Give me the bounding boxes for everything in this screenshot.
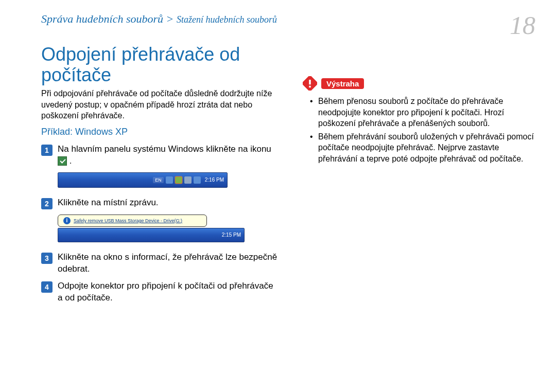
step-badge: 3 — [41, 253, 53, 264]
warning-item: Během přenosu souborů z počítače do přeh… — [312, 96, 535, 129]
intro-text: Při odpojování přehrávače od počítače dů… — [41, 88, 278, 121]
warning-item: Během přehrávání souborů uložených v pře… — [312, 131, 535, 165]
step-text: Odpojte konektor pro připojení k počítač… — [58, 280, 278, 304]
step-badge: 4 — [41, 281, 53, 293]
step-4: 4 Odpojte konektor pro připojení k počít… — [41, 280, 278, 304]
step1-text-after: . — [67, 156, 72, 166]
taskbar-time-2: 2:15 PM — [222, 232, 241, 238]
step-1: 1 Na hlavním panelu systému Windows klik… — [41, 144, 278, 167]
breadcrumb-main: Správa hudebních souborů — [41, 12, 163, 25]
warning-icon — [303, 76, 317, 91]
taskbar-time: 2:16 PM — [205, 177, 224, 183]
breadcrumb: Správa hudebních souborů > Stažení hudeb… — [41, 12, 277, 26]
page-number: 18 — [510, 12, 535, 38]
warning-header: Výstraha — [303, 76, 535, 91]
step-2: 2 Klikněte na místní zprávu. — [41, 197, 278, 209]
language-indicator: EN — [153, 177, 164, 183]
step-badge: 2 — [41, 198, 53, 209]
step-text: Klikněte na okno s informací, že přehráv… — [58, 252, 278, 275]
step-text: Klikněte na místní zprávu. — [58, 197, 159, 209]
taskbar-bar-2: 2:15 PM — [58, 228, 245, 242]
svg-rect-2 — [309, 86, 311, 88]
safely-remove-hardware-icon — [58, 156, 67, 166]
tray-volume-icon — [184, 176, 192, 184]
taskbar-screenshot-1: EN 2:16 PM — [58, 172, 228, 188]
step1-text-before: Na hlavním panelu systému Windows klikně… — [58, 144, 271, 154]
breadcrumb-sep: > — [163, 12, 177, 25]
warning-label: Výstraha — [321, 78, 364, 89]
info-icon: i — [63, 217, 71, 224]
breadcrumb-sub: Stažení hudebních souborů — [177, 14, 277, 25]
step-3: 3 Klikněte na okno s informací, že přehr… — [41, 252, 278, 275]
balloon-text: Safely remove USB Mass Storage Device - … — [74, 218, 182, 223]
step-text: Na hlavním panelu systému Windows klikně… — [58, 144, 278, 167]
page-title: Odpojení přehrávače od počítače — [41, 44, 278, 85]
tray-misc-icon — [194, 176, 201, 184]
tray-safely-remove-icon — [175, 176, 182, 184]
step-badge: 1 — [41, 145, 53, 156]
svg-rect-1 — [309, 80, 311, 84]
balloon-tooltip: i Safely remove USB Mass Storage Device … — [58, 215, 207, 227]
taskbar-screenshot-2: i Safely remove USB Mass Storage Device … — [58, 215, 245, 242]
example-label: Příklad: Windows XP — [41, 127, 278, 137]
tray-help-icon — [166, 176, 173, 184]
warning-list: Během přenosu souborů z počítače do přeh… — [303, 96, 535, 165]
